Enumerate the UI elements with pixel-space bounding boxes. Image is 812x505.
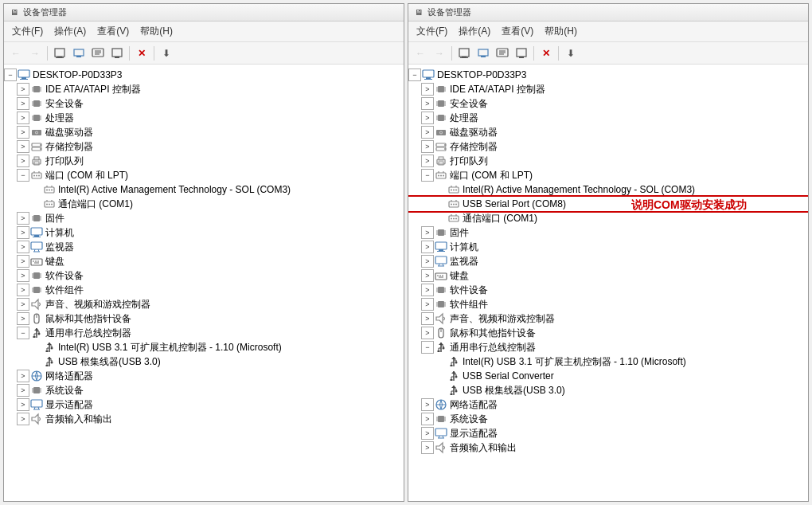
left-btn-forward[interactable]: → <box>26 45 44 62</box>
expand-btn[interactable]: > <box>421 298 434 311</box>
expand-btn[interactable]: > <box>421 427 434 440</box>
tree-item-keyboard[interactable]: >键盘 <box>4 254 404 268</box>
left-btn-1[interactable] <box>51 45 68 62</box>
tree-item-cpu[interactable]: >处理器 <box>4 111 404 125</box>
tree-item-computer[interactable]: >计算机 <box>4 225 404 240</box>
tree-item-print[interactable]: >打印队列 <box>408 154 808 168</box>
expand-btn[interactable]: > <box>421 140 434 153</box>
expand-btn[interactable]: > <box>17 241 29 253</box>
left-btn-3[interactable] <box>89 45 107 62</box>
left-btn-back[interactable]: ← <box>7 45 25 62</box>
tree-item-computer[interactable]: >计算机 <box>408 240 808 254</box>
tree-item-audio[interactable]: >音频输入和输出 <box>408 440 808 455</box>
tree-item-port2[interactable]: 通信端口 (COM1) <box>4 197 404 211</box>
tree-item-port1[interactable]: Intel(R) Active Management Technology - … <box>4 182 404 197</box>
right-menu-view[interactable]: 查看(V) <box>497 23 538 40</box>
collapse-btn[interactable]: − <box>421 169 434 182</box>
expand-btn[interactable]: > <box>17 384 29 397</box>
tree-item-usb2[interactable]: USB 根集线器(USB 3.0) <box>4 354 404 369</box>
expand-btn[interactable]: > <box>421 398 434 411</box>
expand-btn[interactable]: > <box>421 126 434 139</box>
tree-item-usb1[interactable]: Intel(R) USB 3.1 可扩展主机控制器 - 1.10 (Micros… <box>4 340 404 354</box>
left-menu-view[interactable]: 查看(V) <box>92 23 134 40</box>
expand-btn[interactable]: > <box>17 212 29 225</box>
right-btn-forward[interactable]: → <box>431 45 448 62</box>
tree-item-softcomp[interactable]: >软件组件 <box>4 283 404 297</box>
left-btn-delete[interactable]: ✕ <box>133 45 150 62</box>
expand-btn[interactable]: > <box>17 126 29 139</box>
tree-item-sysdev[interactable]: >系统设备 <box>4 383 404 397</box>
expand-btn[interactable]: > <box>17 269 29 282</box>
expand-btn[interactable]: > <box>17 97 29 110</box>
tree-item-sound[interactable]: >声音、视频和游戏控制器 <box>408 311 808 326</box>
tree-item-audio[interactable]: >音频输入和输出 <box>4 412 404 426</box>
tree-item-port_usb[interactable]: USB Serial Port (COM8) <box>408 197 808 211</box>
expand-btn[interactable]: > <box>421 255 434 268</box>
tree-item-usb1[interactable]: Intel(R) USB 3.1 可扩展主机控制器 - 1.10 (Micros… <box>408 354 808 369</box>
tree-item-display[interactable]: >显示适配器 <box>4 397 404 412</box>
tree-item-root[interactable]: −DESKTOP-P0D33P3 <box>408 68 808 82</box>
collapse-btn[interactable]: − <box>421 341 434 354</box>
left-menu-file[interactable]: 文件(F) <box>7 23 48 40</box>
tree-item-softdev[interactable]: >软件设备 <box>408 283 808 297</box>
collapse-btn[interactable]: − <box>4 69 17 81</box>
tree-item-mouse[interactable]: >鼠标和其他指针设备 <box>408 326 808 340</box>
right-btn-1[interactable] <box>455 45 473 62</box>
expand-btn[interactable]: > <box>421 327 434 339</box>
tree-item-firmware[interactable]: >固件 <box>408 225 808 240</box>
left-menu-action[interactable]: 操作(A) <box>49 23 91 40</box>
right-menu-action[interactable]: 操作(A) <box>454 23 495 40</box>
tree-item-monitor[interactable]: >监视器 <box>408 254 808 268</box>
right-btn-refresh[interactable]: ⬇ <box>562 45 580 62</box>
tree-item-cpu[interactable]: >处理器 <box>408 111 808 125</box>
left-btn-2[interactable] <box>70 45 88 62</box>
collapse-btn[interactable]: − <box>17 169 29 182</box>
expand-btn[interactable]: > <box>421 284 434 296</box>
expand-btn[interactable]: > <box>17 112 29 124</box>
expand-btn[interactable]: > <box>17 83 29 96</box>
expand-btn[interactable]: > <box>421 112 434 124</box>
expand-btn[interactable]: > <box>17 255 29 268</box>
expand-btn[interactable]: > <box>421 312 434 325</box>
expand-btn[interactable]: > <box>421 226 434 239</box>
tree-item-security[interactable]: >安全设备 <box>4 96 404 111</box>
right-btn-2[interactable] <box>474 45 492 62</box>
tree-item-disk[interactable]: >磁盘驱动器 <box>4 125 404 139</box>
right-btn-back[interactable]: ← <box>412 45 429 62</box>
collapse-btn[interactable]: − <box>408 69 421 81</box>
tree-item-print[interactable]: >打印队列 <box>4 154 404 168</box>
tree-item-ports[interactable]: −端口 (COM 和 LPT) <box>408 168 808 182</box>
expand-btn[interactable]: > <box>17 398 29 411</box>
tree-item-network[interactable]: >网络适配器 <box>4 369 404 383</box>
right-menu-help[interactable]: 帮助(H) <box>540 23 582 40</box>
expand-btn[interactable]: > <box>17 155 29 167</box>
right-btn-delete[interactable]: ✕ <box>537 45 555 62</box>
right-btn-4[interactable] <box>513 45 530 62</box>
expand-btn[interactable]: > <box>421 155 434 167</box>
tree-item-port1[interactable]: Intel(R) Active Management Technology - … <box>408 182 808 197</box>
tree-item-usb[interactable]: −通用串行总线控制器 <box>408 340 808 354</box>
tree-item-ports[interactable]: −端口 (COM 和 LPT) <box>4 168 404 182</box>
expand-btn[interactable]: > <box>17 284 29 296</box>
tree-item-display[interactable]: >显示适配器 <box>408 426 808 440</box>
expand-btn[interactable]: > <box>17 226 29 239</box>
tree-item-storage[interactable]: >存储控制器 <box>4 139 404 154</box>
tree-item-softcomp[interactable]: >软件组件 <box>408 297 808 311</box>
tree-item-port2[interactable]: 通信端口 (COM1) <box>408 211 808 225</box>
tree-item-sysdev[interactable]: >系统设备 <box>408 412 808 426</box>
tree-item-storage[interactable]: >存储控制器 <box>408 139 808 154</box>
tree-item-usb2[interactable]: USB 根集线器(USB 3.0) <box>408 383 808 397</box>
tree-item-ide[interactable]: >IDE ATA/ATAPI 控制器 <box>4 82 404 96</box>
expand-btn[interactable]: > <box>421 83 434 96</box>
expand-btn[interactable]: > <box>421 241 434 253</box>
expand-btn[interactable]: > <box>17 140 29 153</box>
right-menu-file[interactable]: 文件(F) <box>412 23 452 40</box>
expand-btn[interactable]: > <box>17 312 29 325</box>
collapse-btn[interactable]: − <box>17 327 29 339</box>
tree-item-mouse[interactable]: >鼠标和其他指针设备 <box>4 311 404 326</box>
tree-item-disk[interactable]: >磁盘驱动器 <box>408 125 808 139</box>
expand-btn[interactable]: > <box>17 370 29 382</box>
tree-item-softdev[interactable]: >软件设备 <box>4 268 404 283</box>
tree-item-network[interactable]: >网络适配器 <box>408 397 808 412</box>
tree-item-ide[interactable]: >IDE ATA/ATAPI 控制器 <box>408 82 808 96</box>
